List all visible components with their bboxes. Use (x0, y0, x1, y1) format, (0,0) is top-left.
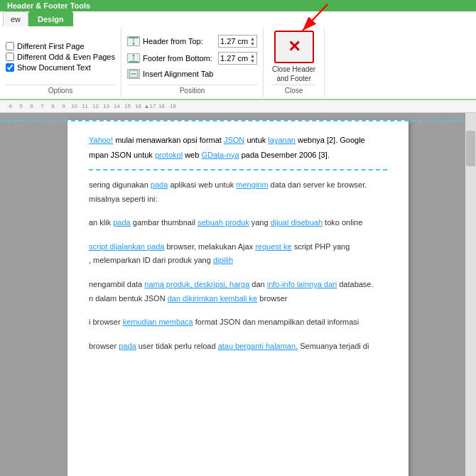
header-footer-tools-bar: Header & Footer Tools (0, 0, 476, 11)
para-3-line-1: script dijalankan pada browser, melakuka… (89, 241, 387, 254)
ruler-mark: 11 (80, 103, 90, 109)
header-text-4: mpan JSON untuk (89, 151, 155, 159)
insert-alignment-icon (127, 69, 140, 79)
ruler-marks: ·4· 5 6 7 8 9 10 11 12 13 14 15 16 ▲17 1… (1, 103, 475, 109)
para-4-line-1: nengambil data nama produk, deskripsi, h… (89, 278, 387, 291)
diff-first-page-row[interactable]: Different First Page (6, 42, 115, 50)
ruler-mark: 9 (58, 103, 69, 109)
options-group-label: Options (6, 85, 115, 94)
ruler-mark: 18 (156, 103, 167, 109)
scrollbar-thumb[interactable] (466, 131, 475, 166)
ribbon-group-position: Header from Top: 1.27 cm ▲ ▼ (121, 28, 264, 97)
ruler-mark: 16 (133, 103, 144, 109)
svg-rect-3 (129, 61, 139, 63)
header-text-protokol: protokol (155, 151, 183, 159)
show-doc-text-row[interactable]: Show Document Text (6, 63, 115, 72)
header-text-3: webnya [2]. Google (298, 136, 365, 144)
header-footer-tools-label: Header & Footer Tools (7, 1, 90, 10)
header-line-1: Yahoo! mulai menawarkan opsi format JSON… (89, 134, 387, 146)
footer-from-bottom-value-box[interactable]: 1.27 cm ▲ ▼ (218, 52, 257, 65)
para-5-line-1: i browser kemudian membaca format JSON d… (89, 316, 387, 329)
svg-marker-2 (132, 43, 135, 45)
close-x-icon: ✕ (288, 38, 301, 56)
tab-view-label: ew (11, 15, 21, 23)
position-group-label: Position (127, 85, 257, 94)
header-from-top-icon (127, 36, 140, 46)
document-header: Yahoo! mulai menawarkan opsi format JSON… (89, 134, 387, 171)
para-6: browser pada user tidak perlu reload ata… (89, 340, 387, 353)
para-1-line-1: sering digunakan pada aplikasi web untuk… (89, 179, 387, 192)
header-top-spinner[interactable]: ▲ ▼ (250, 36, 255, 46)
ruler-mark: 5 (16, 103, 26, 109)
close-button-label: Close Header and Footer (272, 65, 315, 83)
scrollbar[interactable] (465, 113, 476, 476)
insert-alignment-tab-label: Insert Alignment Tab (143, 70, 213, 78)
header-text-yahoo: Yahoo! (89, 136, 113, 144)
ruler-mark: 14 (112, 103, 122, 109)
header-from-top-label: Header from Top: (143, 37, 215, 45)
footer-from-bottom-value: 1.27 cm (220, 54, 248, 63)
header-text-6: pada Desember 2006 [3]. (242, 151, 330, 159)
header-top-up-arrow[interactable]: ▲ (250, 36, 255, 41)
svg-rect-0 (129, 37, 139, 38)
header-line-2: mpan JSON untuk protokol web GData-nya p… (89, 149, 387, 161)
para-1: sering digunakan pada aplikasi web untuk… (89, 179, 387, 205)
close-group-label: Close (272, 85, 315, 94)
footer-bottom-up-arrow[interactable]: ▲ (250, 53, 255, 58)
ruler-mark: ·4· (5, 103, 16, 109)
diff-odd-even-row[interactable]: Different Odd & Even Pages (6, 53, 115, 61)
tab-view[interactable]: ew (3, 11, 28, 26)
header-text-2: untuk (247, 136, 268, 144)
footer-from-bottom-icon (127, 53, 140, 63)
insert-alignment-tab-row[interactable]: Insert Alignment Tab (127, 69, 257, 79)
para-2: an klik pada gambar thumbnail sebuah pro… (89, 217, 387, 229)
document-page: Yahoo! mulai menawarkan opsi format JSON… (67, 120, 409, 476)
ruler-mark: 13 (101, 103, 112, 109)
para-5: i browser kemudian membaca format JSON d… (89, 316, 387, 329)
para-2-line-1: an klik pada gambar thumbnail sebuah pro… (89, 217, 387, 229)
footer-bottom-spinner[interactable]: ▲ ▼ (250, 53, 255, 63)
ruler-mark-triangle: ▲17 (144, 103, 156, 109)
show-doc-text-checkbox[interactable] (6, 63, 14, 72)
ribbon-group-close: ✕ Close Header and Footer Close (264, 28, 325, 97)
ruler: ·4· 5 6 7 8 9 10 11 12 13 14 15 16 ▲17 1… (0, 100, 476, 113)
para-4: nengambil data nama produk, deskripsi, h… (89, 278, 387, 305)
options-items: Different First Page Different Odd & Eve… (6, 31, 115, 83)
para-3-line-2: , melemparkan ID dari produk yang dipili… (89, 254, 387, 267)
ribbon-wrapper: Header & Footer Tools ew Design Differen… (0, 0, 476, 100)
tab-design[interactable]: Design (28, 11, 73, 26)
header-from-top-value-box[interactable]: 1.27 cm ▲ ▼ (218, 35, 257, 48)
ribbon-bar: Different First Page Different Odd & Eve… (0, 26, 476, 100)
footer-from-bottom-row: Footer from Bottom: 1.27 cm ▲ ▼ (127, 52, 257, 65)
footer-bottom-down-arrow[interactable]: ▼ (250, 58, 255, 63)
para-4-line-2: n dalam bentuk JSON dan dikirimkan kemba… (89, 293, 387, 305)
header-from-top-value: 1.27 cm (220, 37, 248, 45)
header-top-down-arrow[interactable]: ▼ (250, 41, 255, 46)
header-text-json: JSON (224, 136, 244, 144)
para-6-line-1: browser pada user tidak perlu reload ata… (89, 340, 387, 353)
para-3: script dijalankan pada browser, melakuka… (89, 241, 387, 267)
tab-design-label: Design (38, 15, 64, 23)
para-1-line-2: misalnya seperti ini: (89, 193, 387, 206)
header-from-top-row: Header from Top: 1.27 cm ▲ ▼ (127, 35, 257, 48)
ruler-mark: 8 (48, 103, 58, 109)
header-text-5: web (185, 151, 201, 159)
diff-first-page-checkbox[interactable] (6, 42, 14, 50)
diff-odd-even-checkbox[interactable] (6, 53, 14, 61)
close-header-footer-button[interactable]: ✕ (274, 31, 314, 63)
ruler-mark: 10 (69, 103, 80, 109)
header-text-1: mulai menawarkan opsi format (115, 136, 224, 144)
svg-marker-5 (132, 54, 135, 56)
ruler-mark: 6 (26, 103, 37, 109)
ribbon-group-options: Different First Page Different Odd & Eve… (0, 28, 121, 97)
show-doc-text-label: Show Document Text (17, 63, 91, 72)
footer-from-bottom-label: Footer from Bottom: (143, 54, 215, 63)
ruler-mark: 7 (37, 103, 48, 109)
ruler-mark: 12 (90, 103, 101, 109)
ribbon-tabs: ew Design (0, 11, 476, 26)
document-area: Yahoo! mulai menawarkan opsi format JSON… (0, 113, 476, 476)
header-dashed-line (0, 120, 465, 121)
document-body: sering digunakan pada aplikasi web untuk… (89, 179, 387, 352)
diff-odd-even-label: Different Odd & Even Pages (17, 53, 115, 61)
ruler-mark: 15 (122, 103, 133, 109)
